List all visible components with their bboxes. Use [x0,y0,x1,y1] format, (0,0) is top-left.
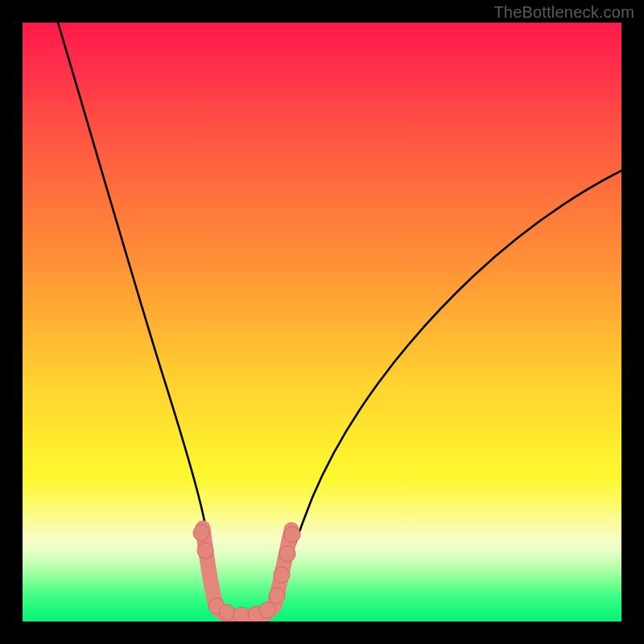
curve-layer [23,23,621,621]
curve-right-branch [274,164,621,612]
marker-dot [284,526,300,543]
marker-dot [197,543,213,559]
marker-dot [269,588,285,604]
marker-dot [219,605,235,621]
marker-dot [193,525,209,541]
plot-area [23,23,621,621]
watermark-text: TheBottleneck.com [493,3,634,22]
marker-dot [274,567,290,583]
curve-left-branch [56,23,217,612]
chart-frame: TheBottleneck.com [0,0,644,644]
marker-dot [233,607,250,621]
marker-dot [279,546,295,562]
marker-dot [259,602,275,618]
